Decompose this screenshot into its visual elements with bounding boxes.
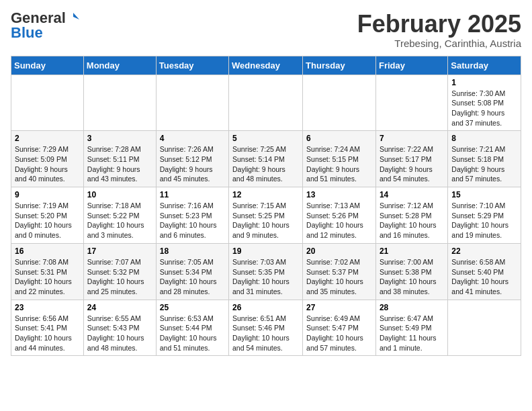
logo-general-text: General xyxy=(11,11,66,26)
calendar-cell xyxy=(229,75,303,131)
day-header-saturday: Saturday xyxy=(448,56,521,75)
day-info: Sunrise: 7:30 AM Sunset: 5:08 PM Dayligh… xyxy=(451,89,517,128)
day-number: 11 xyxy=(160,190,225,199)
day-number: 12 xyxy=(232,190,299,199)
calendar-cell: 5Sunrise: 7:25 AM Sunset: 5:14 PM Daylig… xyxy=(229,131,303,187)
day-number: 20 xyxy=(306,246,372,256)
calendar-cell: 10Sunrise: 7:18 AM Sunset: 5:22 PM Dayli… xyxy=(83,187,156,244)
day-header-tuesday: Tuesday xyxy=(156,56,228,75)
calendar-cell: 16Sunrise: 7:08 AM Sunset: 5:31 PM Dayli… xyxy=(11,243,84,300)
day-info: Sunrise: 7:15 AM Sunset: 5:25 PM Dayligh… xyxy=(232,201,299,240)
day-info: Sunrise: 7:16 AM Sunset: 5:23 PM Dayligh… xyxy=(160,201,225,240)
calendar-cell: 27Sunrise: 6:49 AM Sunset: 5:47 PM Dayli… xyxy=(303,300,376,356)
day-number: 16 xyxy=(15,246,80,256)
day-number: 25 xyxy=(160,303,225,312)
day-number: 10 xyxy=(87,190,152,199)
day-header-thursday: Thursday xyxy=(303,56,376,75)
calendar-cell: 28Sunrise: 6:47 AM Sunset: 5:49 PM Dayli… xyxy=(375,300,447,356)
day-info: Sunrise: 7:26 AM Sunset: 5:12 PM Dayligh… xyxy=(160,144,225,184)
day-number: 22 xyxy=(451,246,517,256)
day-number: 18 xyxy=(160,246,225,256)
page-header: General Blue February 2025 Trebesing, Ca… xyxy=(11,11,521,49)
calendar-cell: 15Sunrise: 7:10 AM Sunset: 5:29 PM Dayli… xyxy=(448,187,521,244)
week-row: 9Sunrise: 7:19 AM Sunset: 5:20 PM Daylig… xyxy=(11,187,521,244)
day-info: Sunrise: 6:47 AM Sunset: 5:49 PM Dayligh… xyxy=(380,314,444,353)
day-info: Sunrise: 7:10 AM Sunset: 5:29 PM Dayligh… xyxy=(451,201,517,240)
day-number: 2 xyxy=(15,134,80,143)
day-number: 24 xyxy=(87,303,152,312)
day-number: 7 xyxy=(380,134,444,143)
header-row: SundayMondayTuesdayWednesdayThursdayFrid… xyxy=(11,56,521,75)
day-info: Sunrise: 7:03 AM Sunset: 5:35 PM Dayligh… xyxy=(232,257,299,297)
day-number: 1 xyxy=(451,78,517,87)
title-area: February 2025 Trebesing, Carinthia, Aust… xyxy=(357,11,521,49)
calendar-cell: 20Sunrise: 7:02 AM Sunset: 5:37 PM Dayli… xyxy=(303,243,376,300)
day-info: Sunrise: 7:05 AM Sunset: 5:34 PM Dayligh… xyxy=(160,257,225,297)
day-number: 13 xyxy=(306,190,372,199)
calendar-cell: 12Sunrise: 7:15 AM Sunset: 5:25 PM Dayli… xyxy=(229,187,303,244)
day-header-wednesday: Wednesday xyxy=(229,56,303,75)
day-info: Sunrise: 7:02 AM Sunset: 5:37 PM Dayligh… xyxy=(306,257,372,297)
calendar-cell: 21Sunrise: 7:00 AM Sunset: 5:38 PM Dayli… xyxy=(375,243,447,300)
day-number: 5 xyxy=(232,134,299,143)
day-info: Sunrise: 7:22 AM Sunset: 5:17 PM Dayligh… xyxy=(380,144,444,184)
day-number: 27 xyxy=(306,303,372,312)
day-info: Sunrise: 7:13 AM Sunset: 5:26 PM Dayligh… xyxy=(306,201,372,240)
day-info: Sunrise: 7:18 AM Sunset: 5:22 PM Dayligh… xyxy=(87,201,152,240)
logo: General Blue xyxy=(11,11,79,40)
location-title: Trebesing, Carinthia, Austria xyxy=(357,38,521,49)
day-info: Sunrise: 6:49 AM Sunset: 5:47 PM Dayligh… xyxy=(306,314,372,353)
day-number: 26 xyxy=(232,303,299,312)
week-row: 16Sunrise: 7:08 AM Sunset: 5:31 PM Dayli… xyxy=(11,243,521,300)
logo-bird-icon xyxy=(67,11,79,24)
calendar-cell: 3Sunrise: 7:28 AM Sunset: 5:11 PM Daylig… xyxy=(83,131,156,187)
calendar-cell: 4Sunrise: 7:26 AM Sunset: 5:12 PM Daylig… xyxy=(156,131,228,187)
day-info: Sunrise: 7:28 AM Sunset: 5:11 PM Dayligh… xyxy=(87,144,152,184)
week-row: 2Sunrise: 7:29 AM Sunset: 5:09 PM Daylig… xyxy=(11,131,521,187)
calendar-cell: 13Sunrise: 7:13 AM Sunset: 5:26 PM Dayli… xyxy=(303,187,376,244)
day-header-monday: Monday xyxy=(83,56,156,75)
week-row: 1Sunrise: 7:30 AM Sunset: 5:08 PM Daylig… xyxy=(11,75,521,131)
day-info: Sunrise: 7:24 AM Sunset: 5:15 PM Dayligh… xyxy=(306,144,372,184)
calendar-cell xyxy=(156,75,228,131)
calendar-cell: 1Sunrise: 7:30 AM Sunset: 5:08 PM Daylig… xyxy=(448,75,521,131)
day-info: Sunrise: 6:53 AM Sunset: 5:44 PM Dayligh… xyxy=(160,314,225,353)
day-number: 4 xyxy=(160,134,225,143)
calendar-cell xyxy=(375,75,447,131)
calendar-table: SundayMondayTuesdayWednesdayThursdayFrid… xyxy=(11,56,521,357)
logo-blue-text: Blue xyxy=(11,26,43,40)
day-info: Sunrise: 7:19 AM Sunset: 5:20 PM Dayligh… xyxy=(15,201,80,240)
calendar-cell: 22Sunrise: 6:58 AM Sunset: 5:40 PM Dayli… xyxy=(448,243,521,300)
day-info: Sunrise: 7:29 AM Sunset: 5:09 PM Dayligh… xyxy=(15,144,80,184)
day-number: 3 xyxy=(87,134,152,143)
day-number: 19 xyxy=(232,246,299,256)
day-number: 21 xyxy=(380,246,444,256)
day-info: Sunrise: 7:07 AM Sunset: 5:32 PM Dayligh… xyxy=(87,257,152,297)
calendar-cell: 18Sunrise: 7:05 AM Sunset: 5:34 PM Dayli… xyxy=(156,243,228,300)
calendar-cell xyxy=(303,75,376,131)
day-info: Sunrise: 6:58 AM Sunset: 5:40 PM Dayligh… xyxy=(451,257,517,297)
calendar-cell: 25Sunrise: 6:53 AM Sunset: 5:44 PM Dayli… xyxy=(156,300,228,356)
day-info: Sunrise: 7:12 AM Sunset: 5:28 PM Dayligh… xyxy=(380,201,444,240)
calendar-cell xyxy=(83,75,156,131)
calendar-cell: 11Sunrise: 7:16 AM Sunset: 5:23 PM Dayli… xyxy=(156,187,228,244)
calendar-cell: 9Sunrise: 7:19 AM Sunset: 5:20 PM Daylig… xyxy=(11,187,84,244)
day-info: Sunrise: 6:56 AM Sunset: 5:41 PM Dayligh… xyxy=(15,314,80,353)
calendar-cell xyxy=(11,75,84,131)
calendar-cell: 6Sunrise: 7:24 AM Sunset: 5:15 PM Daylig… xyxy=(303,131,376,187)
day-info: Sunrise: 7:25 AM Sunset: 5:14 PM Dayligh… xyxy=(232,144,299,184)
day-header-sunday: Sunday xyxy=(11,56,84,75)
day-number: 17 xyxy=(87,246,152,256)
calendar-cell xyxy=(448,300,521,356)
calendar-cell: 14Sunrise: 7:12 AM Sunset: 5:28 PM Dayli… xyxy=(375,187,447,244)
calendar-cell: 26Sunrise: 6:51 AM Sunset: 5:46 PM Dayli… xyxy=(229,300,303,356)
day-number: 15 xyxy=(451,190,517,199)
day-number: 6 xyxy=(306,134,372,143)
day-info: Sunrise: 7:00 AM Sunset: 5:38 PM Dayligh… xyxy=(380,257,444,297)
day-header-friday: Friday xyxy=(375,56,447,75)
day-number: 8 xyxy=(451,134,517,143)
day-info: Sunrise: 7:21 AM Sunset: 5:18 PM Dayligh… xyxy=(451,144,517,184)
svg-marker-0 xyxy=(73,13,79,19)
day-info: Sunrise: 7:08 AM Sunset: 5:31 PM Dayligh… xyxy=(15,257,80,297)
calendar-cell: 7Sunrise: 7:22 AM Sunset: 5:17 PM Daylig… xyxy=(375,131,447,187)
